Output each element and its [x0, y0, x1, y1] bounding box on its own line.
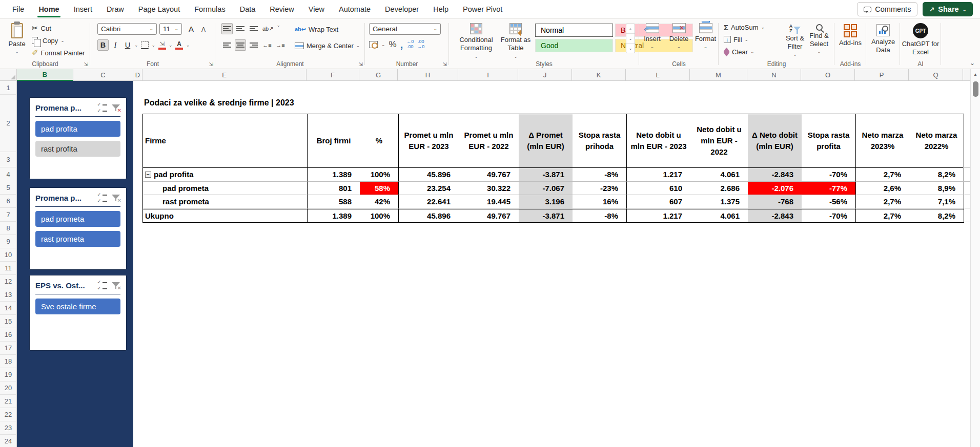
- sort-filter-button[interactable]: A Z Sort & Filter ⌄: [783, 19, 807, 57]
- table-cell[interactable]: 22.641: [398, 195, 459, 209]
- orientation-chevron-icon[interactable]: ⌄: [276, 23, 280, 34]
- row-header-1[interactable]: 1: [0, 81, 17, 95]
- column-header-E[interactable]: E: [142, 69, 307, 81]
- row-header-16[interactable]: 16: [0, 328, 17, 342]
- font-color-button[interactable]: A: [174, 39, 185, 51]
- row-header-5[interactable]: 5: [0, 181, 17, 195]
- table-cell[interactable]: -7.067: [519, 182, 573, 196]
- table-row-label[interactable]: rast prometa: [143, 195, 307, 209]
- table-cell[interactable]: 2.686: [690, 182, 748, 196]
- table-cell[interactable]: 4.061: [690, 209, 748, 223]
- font-size-combo[interactable]: 11 ⌄: [159, 23, 182, 35]
- menu-tab-home[interactable]: Home: [31, 0, 66, 18]
- table-cell[interactable]: -70%: [802, 168, 855, 182]
- table-cell[interactable]: 2,7%: [855, 195, 909, 209]
- grow-font-button[interactable]: A: [186, 23, 197, 34]
- table-header-8[interactable]: Neto dobit u mln EUR - 2022: [690, 114, 748, 168]
- menu-tab-developer[interactable]: Developer: [378, 0, 426, 18]
- bold-button[interactable]: B: [97, 39, 109, 51]
- paste-button[interactable]: Paste ⌄: [5, 19, 29, 63]
- row-header-17[interactable]: 17: [0, 342, 17, 355]
- row-header-6[interactable]: 6: [0, 195, 17, 208]
- cut-button[interactable]: ✂ Cut: [32, 22, 85, 34]
- copy-button[interactable]: Copy ⌄: [32, 34, 85, 47]
- row-header-13[interactable]: 13: [0, 288, 17, 302]
- slicer-item-rast-profita[interactable]: rast profita: [35, 141, 120, 157]
- increase-indent-button[interactable]: →≡: [275, 39, 286, 51]
- row-header-23[interactable]: 23: [0, 421, 17, 435]
- row-header-7[interactable]: 7: [0, 208, 17, 222]
- menu-tab-automate[interactable]: Automate: [332, 0, 378, 18]
- column-header-Q[interactable]: Q: [909, 69, 963, 81]
- addins-button[interactable]: Add-ins: [834, 19, 866, 63]
- table-cell[interactable]: -8%: [573, 209, 626, 223]
- row-header-24[interactable]: 24: [0, 435, 17, 447]
- table-cell[interactable]: 1.375: [690, 195, 748, 209]
- format-cells-button[interactable]: Format⌄: [694, 19, 718, 63]
- row-header-10[interactable]: 10: [0, 248, 17, 262]
- comma-style-button[interactable]: ,: [400, 41, 403, 48]
- underline-button[interactable]: U: [122, 39, 133, 51]
- row-header-18[interactable]: 18: [0, 355, 17, 368]
- comments-button[interactable]: Comments: [857, 2, 917, 16]
- clear-filter-icon[interactable]: ✕: [111, 282, 120, 290]
- table-cell[interactable]: 45.896: [398, 168, 459, 182]
- menu-tab-formulas[interactable]: Formulas: [187, 0, 232, 18]
- column-header-M[interactable]: M: [690, 69, 747, 81]
- column-header-N[interactable]: N: [747, 69, 801, 81]
- table-cell[interactable]: 8,9%: [909, 182, 964, 196]
- table-cell[interactable]: -768: [748, 195, 802, 209]
- percent-style-button[interactable]: %: [389, 39, 397, 50]
- menu-tab-file[interactable]: File: [5, 0, 31, 18]
- analyze-data-button[interactable]: Analyze Data: [866, 19, 900, 63]
- multi-select-icon[interactable]: ✓✓: [97, 193, 107, 203]
- gallery-up-icon[interactable]: ▲: [626, 24, 635, 34]
- table-header-11[interactable]: Neto marza 2023%: [855, 114, 909, 168]
- table-cell[interactable]: 8,2%: [909, 209, 964, 223]
- table-cell[interactable]: 1.389: [307, 209, 360, 223]
- font-dialog-launcher[interactable]: ⇲: [209, 62, 213, 67]
- column-header-F[interactable]: F: [307, 69, 359, 81]
- cell-style-good[interactable]: Good: [535, 39, 613, 52]
- table-cell[interactable]: 3.196: [519, 195, 573, 209]
- column-header-K[interactable]: K: [572, 69, 626, 81]
- table-cell[interactable]: -2.843: [748, 168, 802, 182]
- row-header-14[interactable]: 14: [0, 302, 17, 315]
- find-select-button[interactable]: Find & Select ⌄: [807, 19, 831, 54]
- align-middle-button[interactable]: [235, 23, 246, 34]
- table-header-6[interactable]: Stopa rasta prihoda: [573, 114, 626, 168]
- merge-center-button[interactable]: Merge & Center ⌄: [295, 39, 360, 52]
- table-cell[interactable]: 1.217: [626, 209, 690, 223]
- table-cell[interactable]: 23.254: [398, 182, 459, 196]
- gallery-down-icon[interactable]: ⌄: [626, 34, 635, 44]
- table-cell[interactable]: 4.061: [690, 168, 748, 182]
- table-header-12[interactable]: Neto marza 2022%: [909, 114, 964, 168]
- table-cell[interactable]: -2.076: [748, 182, 802, 196]
- table-row-label[interactable]: −pad profita: [143, 168, 307, 182]
- row-header-8[interactable]: 8: [0, 222, 17, 235]
- row-header-12[interactable]: 12: [0, 275, 17, 288]
- table-cell[interactable]: 8,2%: [909, 168, 964, 182]
- align-bottom-button[interactable]: [248, 23, 259, 34]
- fill-color-button[interactable]: ⇲: [156, 39, 168, 51]
- menu-tab-insert[interactable]: Insert: [67, 0, 99, 18]
- table-cell[interactable]: 49.767: [459, 168, 519, 182]
- slicer-item-pad-profita[interactable]: pad profita: [35, 121, 120, 137]
- table-cell[interactable]: -3.871: [519, 209, 573, 223]
- table-row-label[interactable]: Ukupno: [143, 209, 307, 223]
- column-header-G[interactable]: G: [359, 69, 398, 81]
- table-cell[interactable]: 2,7%: [855, 209, 909, 223]
- scrollbar-thumb[interactable]: [973, 81, 978, 97]
- column-header-J[interactable]: J: [518, 69, 572, 81]
- font-color-chevron-icon[interactable]: ⌄: [186, 43, 190, 48]
- slicer-item-rast-prometa[interactable]: rast prometa: [35, 231, 120, 247]
- table-cell[interactable]: 45.896: [398, 209, 459, 223]
- table-cell[interactable]: -77%: [802, 182, 855, 196]
- table-cell[interactable]: 58%: [360, 182, 398, 196]
- delete-cells-button[interactable]: ✕Delete⌄: [667, 19, 691, 63]
- table-cell[interactable]: -3.871: [519, 168, 573, 182]
- row-header-3[interactable]: 3: [0, 152, 17, 167]
- table-cell[interactable]: -56%: [802, 195, 855, 209]
- table-cell[interactable]: 1.389: [307, 168, 360, 182]
- align-top-button[interactable]: [221, 23, 233, 34]
